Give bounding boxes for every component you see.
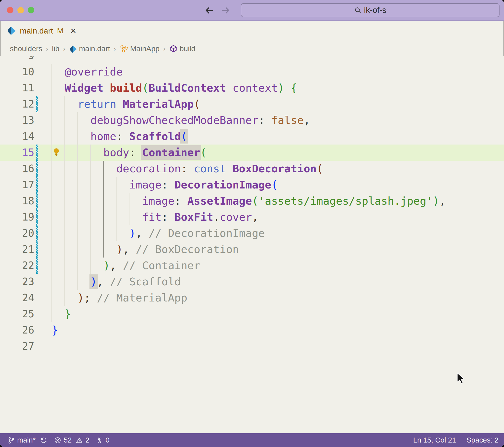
dart-icon	[7, 26, 16, 35]
code-line-26[interactable]: 26}	[0, 322, 504, 338]
indent-guide	[116, 193, 117, 209]
close-window-button[interactable]	[7, 7, 13, 13]
tab-close-icon[interactable]: ✕	[70, 27, 76, 35]
code-line-17[interactable]: 17image: DecorationImage(	[0, 177, 504, 193]
code-text: }	[52, 322, 58, 338]
line-number: 15	[0, 145, 34, 161]
tab-modified-badge: M	[57, 27, 63, 35]
indent-guide	[77, 241, 78, 258]
status-bar: main* 52 2 0	[0, 433, 504, 447]
ports-count: 0	[106, 436, 110, 444]
code-line-22[interactable]: 22), // Container	[0, 258, 504, 274]
line-number: 23	[0, 274, 34, 290]
indent-guide	[51, 161, 52, 177]
code-line-24[interactable]: 24); // MaterialApp	[0, 290, 504, 306]
gutter-modified-indicator[interactable]	[36, 145, 38, 161]
indent-guide	[77, 177, 78, 193]
command-center-search[interactable]: ik-of-s	[241, 3, 500, 17]
lightbulb-icon[interactable]	[53, 148, 60, 158]
indent-guide	[64, 193, 65, 209]
code-text: decoration: const BoxDecoration(	[116, 161, 323, 177]
gutter-modified-indicator[interactable]	[36, 241, 38, 258]
indent-guide	[64, 161, 65, 177]
ports-status[interactable]: 0	[96, 436, 110, 444]
code-line-20[interactable]: 20), // DecorationImage	[0, 225, 504, 241]
indent-guide	[116, 177, 117, 193]
branch-name: main*	[17, 436, 36, 444]
breadcrumb-item-build[interactable]: build	[169, 44, 195, 53]
indent-guide	[64, 274, 65, 290]
indent-guide	[129, 193, 129, 209]
editor-window: ik-of-s main.dart M ✕ shoulders › lib › …	[0, 0, 504, 447]
breadcrumb-item-mainapp[interactable]: MainApp	[120, 44, 160, 53]
indent-guide	[64, 225, 65, 241]
gutter-modified-indicator[interactable]	[36, 225, 38, 241]
breadcrumb-separator: ›	[63, 45, 66, 53]
breadcrumb-item-lib[interactable]: lib	[52, 44, 59, 53]
minimize-window-button[interactable]	[17, 7, 24, 13]
arrow-right-icon	[221, 5, 231, 15]
indent-guide	[77, 112, 78, 128]
zoom-window-button[interactable]	[28, 7, 34, 13]
indentation-status[interactable]: Spaces: 2	[466, 436, 499, 444]
code-line-27[interactable]: 27	[0, 338, 504, 354]
indent-guide	[77, 161, 78, 177]
search-value: ik-of-s	[364, 5, 386, 15]
indent-guide	[51, 64, 52, 80]
indent-guide	[103, 225, 104, 241]
title-bar: ik-of-s	[0, 0, 504, 21]
indent-guide	[51, 96, 52, 112]
indent-guide	[116, 209, 117, 225]
line-number: 19	[0, 209, 34, 225]
code-line-11[interactable]: 11Widget build(BuildContext context) {	[0, 80, 504, 96]
code-line-19[interactable]: 19fit: BoxFit.cover,	[0, 209, 504, 225]
indent-guide	[64, 145, 65, 161]
tab-main-dart[interactable]: main.dart M ✕	[7, 26, 77, 36]
line-number: 22	[0, 258, 34, 274]
cursor-position-status[interactable]: Ln 15, Col 21	[413, 436, 456, 444]
navigate-back-button[interactable]	[204, 5, 215, 16]
gutter-modified-indicator[interactable]	[36, 177, 38, 193]
indent-guide	[77, 225, 78, 241]
gutter-modified-indicator[interactable]	[36, 193, 38, 209]
code-line-9[interactable]: 9	[0, 56, 504, 64]
code-line-21[interactable]: 21), // BoxDecoration	[0, 241, 504, 258]
code-line-23[interactable]: 23), // Scaffold	[0, 274, 504, 290]
search-icon	[354, 6, 362, 14]
line-number: 25	[0, 306, 34, 322]
gutter-modified-indicator[interactable]	[36, 96, 38, 112]
code-line-18[interactable]: 18image: AssetImage('assets/images/splas…	[0, 193, 504, 209]
code-text: ), // Scaffold	[90, 274, 181, 290]
code-line-10[interactable]: 10@override	[0, 64, 504, 80]
line-number: 21	[0, 241, 34, 258]
code-area[interactable]: 910@override11Widget build(BuildContext …	[0, 56, 504, 433]
code-line-13[interactable]: 13debugShowCheckedModeBanner: false,	[0, 112, 504, 128]
code-line-25[interactable]: 25}	[0, 306, 504, 322]
breadcrumb-item-shoulders[interactable]: shoulders	[10, 44, 42, 53]
indent-guide	[51, 306, 52, 322]
indent-guide	[77, 274, 78, 290]
code-text: image: DecorationImage(	[129, 177, 278, 193]
line-number: 24	[0, 290, 34, 306]
indent-guide	[90, 145, 91, 161]
indent-guide	[51, 258, 52, 274]
indent-guide	[90, 225, 91, 241]
sync-icon	[40, 437, 47, 444]
error-icon	[54, 437, 61, 444]
breadcrumb-item-main-dart[interactable]: main.dart	[69, 44, 110, 53]
code-line-15[interactable]: 15body: Container(	[0, 145, 504, 161]
navigate-forward-button[interactable]	[220, 5, 231, 16]
code-line-14[interactable]: 14home: Scaffold(	[0, 128, 504, 145]
code-line-12[interactable]: 12return MaterialApp(	[0, 96, 504, 112]
indent-guide	[77, 193, 78, 209]
code-line-16[interactable]: 16decoration: const BoxDecoration(	[0, 161, 504, 177]
indent-guide	[77, 258, 78, 274]
code-text: ); // MaterialApp	[78, 290, 187, 306]
indent-guide	[77, 145, 78, 161]
indent-guide	[64, 177, 65, 193]
git-branch-status[interactable]: main*	[7, 436, 47, 444]
gutter-modified-indicator[interactable]	[36, 209, 38, 225]
gutter-modified-indicator[interactable]	[36, 258, 38, 274]
gutter-modified-indicator[interactable]	[36, 161, 38, 177]
problems-status[interactable]: 52 2	[54, 436, 89, 444]
